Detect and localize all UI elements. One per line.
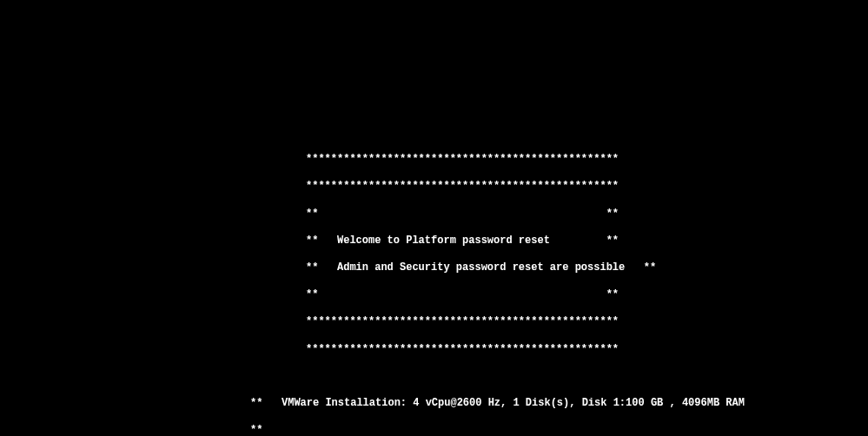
banner-empty-2: ** ** [306, 288, 868, 302]
banner-block: ****************************************… [250, 140, 868, 370]
banner-admin-line: ** Admin and Security password reset are… [306, 261, 868, 275]
banner-welcome-line: ** Welcome to Platform password reset ** [306, 235, 868, 248]
vmware-install-line: ** VMWare Installation: 4 vCpu@2600 Hz, … [250, 397, 868, 411]
banner-border-bottom-2: ****************************************… [306, 343, 868, 357]
banner-border-top-2: ****************************************… [306, 180, 868, 194]
terminal-console[interactable]: ****************************************… [0, 0, 868, 436]
asterisks-line: ** [250, 424, 868, 436]
banner-border-top-1: ****************************************… [306, 153, 868, 167]
banner-empty-1: ** ** [306, 208, 868, 221]
banner-border-bottom-1: ****************************************… [306, 315, 868, 329]
